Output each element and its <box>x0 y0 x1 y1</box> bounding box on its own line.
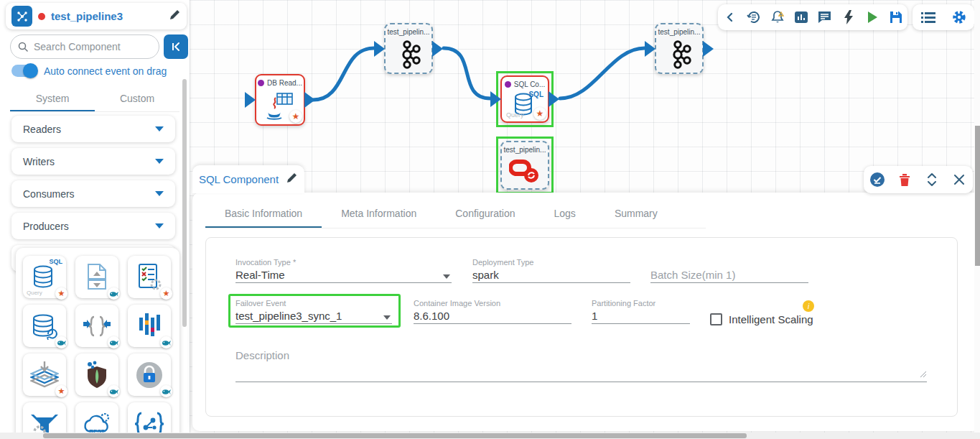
delete-component-button[interactable] <box>895 170 915 190</box>
component-tile-layers-stack[interactable]: ★ <box>23 353 66 396</box>
panel-tab-basic-information[interactable]: Basic Information <box>205 201 322 228</box>
component-tile-sql-database[interactable]: SQLQuery★ <box>23 256 66 298</box>
failover-event-label: Failover Event <box>235 299 392 308</box>
component-tile-mongo-shield[interactable] <box>75 353 118 396</box>
panel-tabs: Basic InformationMeta InformationConfigu… <box>205 201 677 228</box>
canvas-toolbar-secondary <box>913 4 974 30</box>
panel-tab-meta-information[interactable]: Meta Information <box>322 201 436 228</box>
chevron-down-icon <box>155 126 164 131</box>
database-refresh-icon <box>31 313 58 340</box>
description-label: Description <box>235 349 927 361</box>
deployment-type-value[interactable]: spark <box>472 269 630 283</box>
statistics-button[interactable] <box>791 7 811 27</box>
component-tile-lock-circle[interactable] <box>128 353 171 396</box>
section-consumers[interactable]: Consumers <box>11 180 175 207</box>
status-dot <box>505 81 511 88</box>
deployment-type-field[interactable]: Deployment Type spark <box>472 258 630 283</box>
node-sql-component[interactable]: SQL Co...★SQLQuery <box>496 71 554 127</box>
failover-event-value[interactable]: test_pipeline3_sync_1 <box>235 310 392 324</box>
collapse-sidebar-button[interactable] <box>164 34 188 59</box>
close-x-icon <box>953 174 965 185</box>
alerts-button[interactable] <box>767 7 788 27</box>
resize-handle-icon[interactable] <box>920 368 927 380</box>
panel-tab-summary[interactable]: Summary <box>595 201 677 228</box>
status-dot <box>258 80 264 86</box>
chevron-down-icon <box>155 191 164 196</box>
sidebar-tab-system[interactable]: System <box>10 85 95 112</box>
back-button[interactable] <box>720 7 740 27</box>
component-tile-database-refresh[interactable] <box>23 305 66 347</box>
chevron-down-icon <box>443 274 450 279</box>
history-button[interactable] <box>744 7 764 27</box>
intelligent-scaling-checkbox[interactable] <box>710 313 722 325</box>
sidebar-scrollbar[interactable] <box>182 79 187 327</box>
resize-component-button[interactable] <box>922 170 942 190</box>
connection-wire-2[interactable] <box>444 48 490 98</box>
connection-wire-3[interactable] <box>560 48 645 98</box>
java-table-icon <box>266 91 294 121</box>
failover-event-field[interactable]: Failover Event test_pipeline3_sync_1 <box>235 299 392 324</box>
output-port-icon[interactable] <box>432 41 443 57</box>
section-producers[interactable]: Producers <box>11 213 175 239</box>
comments-button[interactable] <box>815 7 835 27</box>
input-port-icon[interactable] <box>490 91 501 107</box>
chevron-down-icon <box>155 223 164 228</box>
invocation-type-value[interactable]: Real-Time <box>235 269 452 283</box>
batch-size-input[interactable]: Batch Size(min 1) <box>650 269 808 283</box>
partitioning-factor-value[interactable]: 1 <box>592 310 690 324</box>
run-button[interactable] <box>862 7 882 27</box>
node-kafka-in[interactable]: test_pipelin... <box>384 23 433 74</box>
sidebar-tab-custom[interactable]: Custom <box>95 85 179 112</box>
basic-information-form: Invocation Type * Real-Time Deployment T… <box>205 237 958 417</box>
output-port-icon[interactable] <box>703 41 714 57</box>
component-config-panel: Basic InformationMeta InformationConfigu… <box>192 193 980 431</box>
edit-component-icon[interactable] <box>286 172 298 187</box>
search-component-input[interactable] <box>34 41 141 52</box>
app-logo <box>11 6 32 27</box>
description-input[interactable] <box>235 364 927 382</box>
horizontal-scrollbar[interactable] <box>0 433 980 439</box>
node-sync-event[interactable]: test_pipelin... <box>496 137 554 194</box>
settings-button[interactable] <box>949 7 969 27</box>
chevron-left-icon <box>724 11 736 23</box>
bolt-icon <box>844 10 854 24</box>
auto-connect-row: Auto connect event on drag <box>11 65 167 77</box>
component-tile-rules-checklist[interactable]: ★ <box>128 256 171 298</box>
node-kafka-out[interactable]: test_pipelin... <box>655 23 704 74</box>
trigger-button[interactable] <box>839 7 859 27</box>
invocation-type-field[interactable]: Invocation Type * Real-Time <box>235 258 452 283</box>
close-component-button[interactable] <box>949 170 969 190</box>
panel-tab-configuration[interactable]: Configuration <box>436 201 534 228</box>
container-image-version-value[interactable]: 8.6.100 <box>414 310 571 324</box>
section-writers[interactable]: Writers <box>11 148 175 175</box>
component-tile-json-braces[interactable] <box>75 305 118 347</box>
edit-pipeline-icon[interactable] <box>169 9 181 24</box>
component-tile-field-bars[interactable] <box>128 305 171 347</box>
description-field[interactable]: Description <box>235 349 927 382</box>
update-component-button[interactable] <box>867 170 887 190</box>
input-port-icon[interactable] <box>374 41 385 57</box>
node-db-reader[interactable]: DB Read...★ <box>255 74 305 126</box>
sync-rings-icon <box>509 159 541 183</box>
auto-connect-label: Auto connect event on drag <box>44 65 167 77</box>
mongo-shield-icon <box>84 361 110 389</box>
node-label: test_pipelin... <box>658 24 701 36</box>
transformations-grid-card: SQLQuery★★★REST <box>16 248 179 439</box>
info-icon[interactable]: i <box>803 300 814 312</box>
input-port-icon[interactable] <box>245 92 256 108</box>
pipeline-title: test_pipeline3 <box>51 10 163 22</box>
panel-tab-logs[interactable]: Logs <box>535 201 595 228</box>
batch-size-field[interactable]: Batch Size(min 1) <box>650 258 808 283</box>
partitioning-factor-field[interactable]: Partitioning Factor 1 <box>592 299 690 324</box>
container-image-version-field[interactable]: Container Image Version 8.6.100 <box>414 299 571 324</box>
save-button[interactable] <box>886 7 906 27</box>
auto-connect-toggle[interactable] <box>11 65 37 77</box>
output-port-icon[interactable] <box>549 91 559 107</box>
section-readers[interactable]: Readers <box>11 116 175 142</box>
input-port-icon[interactable] <box>645 41 655 57</box>
list-view-button[interactable] <box>918 7 938 27</box>
component-tile-document-updown[interactable] <box>75 256 118 298</box>
output-port-icon[interactable] <box>304 92 315 108</box>
vertical-scrollbar[interactable] <box>974 0 980 439</box>
connection-wire-1[interactable] <box>313 48 374 100</box>
